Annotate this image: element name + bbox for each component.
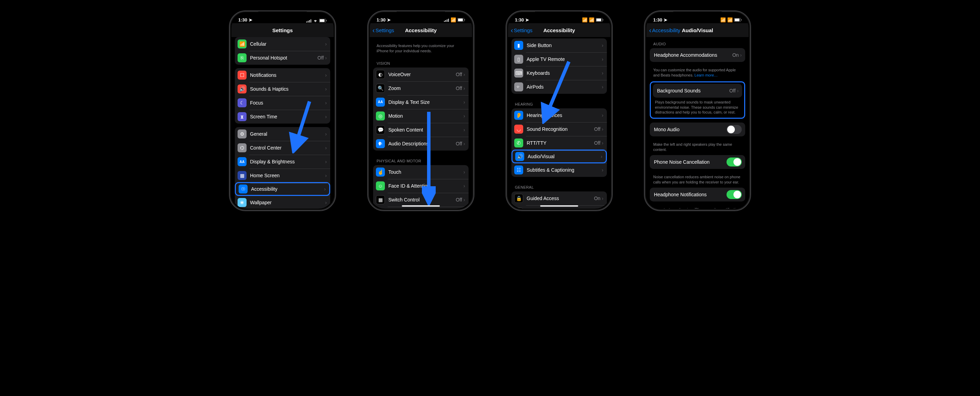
- row-audiodesc[interactable]: 🗣Audio DescriptionsOff›: [373, 137, 469, 150]
- row-notifications[interactable]: ☐Notifications›: [235, 68, 330, 82]
- home-indicator[interactable]: [540, 205, 578, 207]
- chevron-right-icon: ›: [463, 86, 465, 91]
- row-zoom[interactable]: 🔍ZoomOff›: [373, 81, 469, 95]
- back-button[interactable]: ‹Settings: [372, 27, 394, 34]
- mono-footer: Make the left and right speakers play th…: [650, 140, 745, 155]
- row-switch[interactable]: ▦Switch ControlOff›: [373, 193, 469, 207]
- svg-rect-13: [458, 19, 463, 21]
- row-accessibility[interactable]: ☉Accessibility›: [235, 182, 330, 196]
- intro-text: Accessibility features help you customiz…: [373, 41, 469, 56]
- nav-bar: ‹Accessibility Audio/Visual: [646, 23, 749, 37]
- notch: [258, 11, 307, 20]
- antenna-icon: 📶: [237, 40, 247, 48]
- switch-icon: ▦: [376, 195, 385, 204]
- hourglass-icon: ⧗: [237, 112, 247, 121]
- hn-toggle[interactable]: [727, 190, 742, 199]
- row-guided-access[interactable]: 🔒Guided AccessOn›: [511, 192, 607, 205]
- row-wallpaper[interactable]: ❀Wallpaper›: [235, 196, 330, 209]
- row-rtt[interactable]: ✆RTT/TTYOff›: [511, 136, 607, 150]
- row-background-sounds[interactable]: Background SoundsOff›: [653, 84, 742, 97]
- row-focus[interactable]: ☾Focus›: [235, 96, 330, 110]
- mono-toggle[interactable]: [727, 125, 742, 134]
- row-appletv[interactable]: ▯Apple TV Remote›: [511, 52, 607, 66]
- row-cellular[interactable]: 📶Cellular›: [235, 37, 330, 51]
- accessibility-list[interactable]: Accessibility features help you customiz…: [370, 37, 472, 209]
- row-general[interactable]: ⚙General›: [235, 127, 330, 141]
- row-subtitles[interactable]: ☷Subtitles & Captioning›: [511, 163, 607, 177]
- airpods-icon: ᯤ: [514, 82, 523, 91]
- row-hearing-devices[interactable]: 👂Hearing Devices›: [511, 109, 607, 122]
- speech-icon: 💬: [376, 125, 385, 134]
- accessibility-icon: ☉: [239, 185, 248, 193]
- chevron-right-icon: ›: [325, 100, 327, 105]
- chevron-right-icon: ›: [463, 113, 465, 119]
- settings-list[interactable]: 📶Cellular› ⎘Personal HotspotOff› ☐Notifi…: [231, 37, 334, 209]
- audio-visual-list[interactable]: AUDIO Headphone AccommodationsOn› You ca…: [646, 37, 749, 209]
- row-sidebutton[interactable]: ▮Side Button›: [511, 38, 607, 52]
- row-headphone-accom[interactable]: Headphone AccommodationsOn›: [650, 48, 745, 62]
- row-sound-recognition[interactable]: ◡Sound RecognitionOff›: [511, 122, 607, 136]
- row-display[interactable]: AADisplay & Brightness›: [235, 155, 330, 169]
- learn-more-link[interactable]: Learn more…: [694, 73, 718, 77]
- row-mono-audio: Mono Audio: [650, 123, 745, 136]
- battery-icon: [319, 19, 327, 22]
- chevron-left-icon: ‹: [649, 27, 651, 34]
- row-touch[interactable]: ☝Touch›: [373, 165, 469, 179]
- wifi-icon: [313, 19, 318, 22]
- back-button[interactable]: ‹Settings: [511, 27, 533, 34]
- bg-footer: Plays background sounds to mask unwanted…: [653, 99, 742, 116]
- bell-icon: ☐: [237, 70, 247, 80]
- row-keyboards[interactable]: ⌨Keyboards›: [511, 66, 607, 80]
- moon-icon: ☾: [237, 98, 247, 107]
- switches-icon: ⌬: [237, 143, 247, 152]
- row-screentime[interactable]: ⧗Screen Time›: [235, 110, 330, 124]
- chevron-right-icon: ›: [602, 56, 603, 62]
- row-audio-visual[interactable]: 🔊Audio/Visual›: [511, 150, 607, 163]
- svg-rect-3: [310, 19, 311, 22]
- cc-icon: ☷: [514, 166, 523, 174]
- row-spoken[interactable]: 💬Spoken Content›: [373, 123, 469, 137]
- row-sounds[interactable]: 🔊Sounds & Haptics›: [235, 82, 330, 96]
- chevron-right-icon: ›: [325, 173, 327, 178]
- nav-bar: ‹Settings Accessibility: [370, 23, 472, 37]
- chevron-right-icon: ›: [463, 197, 465, 203]
- chevron-right-icon: ›: [325, 86, 327, 92]
- section-physical-motor: PHYSICAL AND MOTOR: [373, 154, 469, 165]
- noise-footer: Noise cancellation reduces ambient noise…: [650, 172, 745, 188]
- row-textsize[interactable]: AADisplay & Text Size›: [373, 95, 469, 109]
- row-controlcenter[interactable]: ⌬Control Center›: [235, 141, 330, 155]
- phone-audio-visual: 1:30 ➤ 📶📶 ‹Accessibility Audio/Visual AU…: [644, 10, 751, 211]
- row-homescreen[interactable]: ▦Home Screen›: [235, 169, 330, 182]
- svg-rect-22: [741, 19, 742, 21]
- back-button[interactable]: ‹Accessibility: [649, 27, 680, 34]
- svg-rect-8: [444, 21, 445, 22]
- row-motion[interactable]: ◎Motion›: [373, 109, 469, 123]
- ha-footer: You can customize the audio for supporte…: [650, 65, 745, 81]
- notch: [673, 11, 722, 20]
- row-faceid-attn[interactable]: ☺Face ID & Attention›: [373, 179, 469, 193]
- accessibility-list-2[interactable]: ▮Side Button› ▯Apple TV Remote› ⌨Keyboar…: [508, 37, 610, 209]
- noise-toggle[interactable]: [727, 158, 742, 166]
- chevron-right-icon: ›: [602, 126, 603, 132]
- nav-bar: Settings: [231, 23, 334, 37]
- row-airpods[interactable]: ᯤAirPods›: [511, 80, 607, 94]
- row-voiceover[interactable]: ◐VoiceOverOff›: [373, 67, 469, 81]
- flower-icon: ❀: [237, 198, 247, 207]
- row-voice[interactable]: ◉Voice ControlOff›: [373, 207, 469, 209]
- screen: 1:30 ➤ 📶📶 ‹Accessibility Audio/Visual AU…: [646, 13, 749, 209]
- wifi-icon: 📶: [450, 17, 456, 22]
- chevron-left-icon: ‹: [511, 27, 513, 34]
- background-sounds-highlight: Background SoundsOff› Plays background s…: [650, 81, 745, 119]
- wifi-icon: 📶: [727, 17, 733, 22]
- ear-icon: 👂: [514, 111, 523, 120]
- home-indicator[interactable]: [402, 205, 440, 207]
- svg-rect-5: [320, 19, 325, 22]
- chevron-right-icon: ›: [325, 41, 327, 47]
- row-hotspot[interactable]: ⎘Personal HotspotOff›: [235, 51, 330, 65]
- chevron-right-icon: ›: [463, 183, 465, 188]
- page-title: Accessibility: [543, 27, 575, 33]
- chevron-right-icon: ›: [463, 99, 465, 105]
- phone-icon: ✆: [514, 139, 523, 147]
- section-general: GENERAL: [511, 180, 607, 192]
- nav-bar: ‹Settings Accessibility: [508, 23, 610, 37]
